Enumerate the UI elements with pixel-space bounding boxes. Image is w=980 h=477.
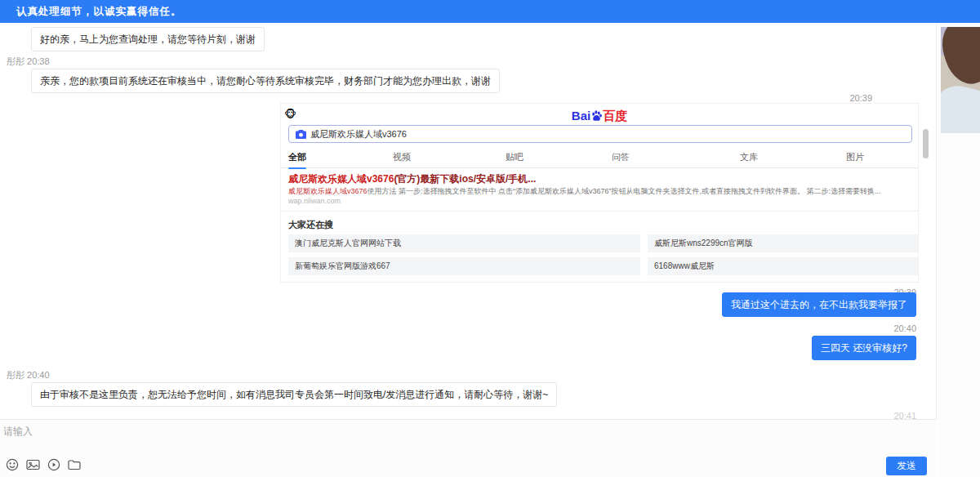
agent-message: 亲亲，您的款项目前系统还在审核当中，请您耐心等待系统审核完毕，财务部门才能为您办… (31, 69, 500, 93)
camera-search-icon (296, 130, 306, 139)
agent-name-timestamp: 彤彤 20:40 (7, 369, 50, 381)
tab-qa: 问答 (612, 151, 630, 163)
related-search-item: 威斯尼斯wns2299cn官网版 (648, 234, 919, 252)
message-composer: 请输入 发送 (0, 419, 937, 477)
agent-message: 好的亲，马上为您查询处理，请您等待片刻，谢谢 (31, 27, 265, 51)
search-result-title: 威尼斯欢乐媒人域v3676(官方)最新下载ios/安卓版/手机... (288, 172, 536, 186)
user-message: 我通过这个进去的，在不出款我要举报了 (722, 292, 916, 317)
send-button[interactable]: 发送 (886, 457, 927, 475)
message-timestamp: 20:40 (893, 323, 916, 333)
tab-all: 全部 (288, 151, 306, 163)
notice-banner: 认真处理细节，以诚实赢得信任。 (0, 0, 980, 23)
agent-message: 由于审核不是这里负责，恕无法给予您时间，如有消息我司专员会第一时间致电/发消息进… (31, 382, 557, 407)
related-search-item: 6168www威尼斯 (648, 257, 919, 275)
tab-video: 视频 (393, 151, 411, 163)
related-searches-heading: 大家还在搜 (288, 219, 333, 231)
baidu-logo-du: 百度 (603, 109, 627, 123)
avatar[interactable] (941, 27, 980, 133)
tab-images: 图片 (846, 151, 864, 163)
chat-window: 认真处理细节，以诚实赢得信任。 好的亲，马上为您查询处理，请您等待片刻，谢谢 彤… (0, 0, 980, 477)
baidu-logo-bai: Bai (572, 109, 590, 123)
agent-name-timestamp: 彤彤 20:38 (7, 56, 50, 68)
avatar-hair (941, 27, 980, 90)
baidu-tab-bar: 全部 视频 贴吧 问答 文库 图片 (281, 148, 919, 168)
emoji-icon[interactable] (6, 458, 19, 471)
baidu-logo: Bai百度 (281, 109, 918, 124)
user-message: 三四天 还没审核好? (812, 336, 916, 360)
baidu-paw-icon (590, 109, 603, 122)
sidebar-strip (938, 23, 980, 477)
video-icon[interactable] (47, 458, 60, 471)
scrollbar-thumb[interactable] (923, 129, 929, 158)
related-search-item: 澳门威尼克斯人官网网站下载 (288, 234, 640, 252)
search-result-url: wap.nliwan.com (288, 197, 341, 205)
composer-toolbar (6, 458, 82, 471)
avatar-shirt (941, 81, 980, 133)
related-search-item: 新葡萄娱乐官网版游戏667 (288, 257, 640, 275)
divider (281, 211, 919, 212)
tab-wenku: 文库 (740, 151, 758, 163)
search-query-text: 威尼斯欢乐媒人域v3676 (310, 128, 407, 140)
sent-image-baidu-screenshot[interactable]: 🐵 Bai百度 威尼斯欢乐媒人域v3676 全部 视频 贴吧 问答 文库 图片 … (280, 103, 919, 283)
message-input[interactable]: 请输入 (3, 425, 33, 439)
message-timestamp: 20:39 (849, 93, 872, 103)
search-result-description: 威尼斯欢乐媒人域v3676使用方法 第一步:选择拖拽文件至软件中 点击“添加威尼… (288, 186, 912, 197)
folder-icon[interactable] (68, 458, 82, 471)
tab-tieba: 贴吧 (506, 151, 523, 163)
baidu-search-box: 威尼斯欢乐媒人域v3676 (288, 125, 912, 143)
image-icon[interactable] (26, 458, 40, 471)
